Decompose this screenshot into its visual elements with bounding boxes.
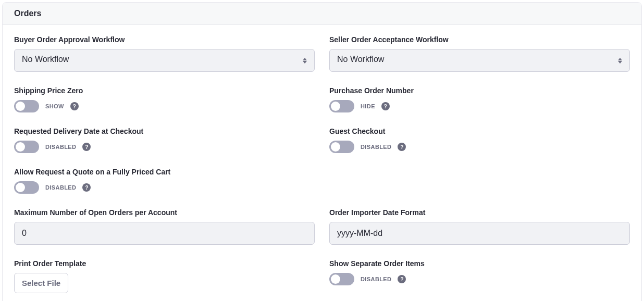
buyer-workflow-select-wrap: No Workflow xyxy=(14,49,315,72)
requested-delivery-toggle[interactable] xyxy=(14,141,39,153)
requested-delivery-toggle-row: DISABLED ? xyxy=(14,141,315,153)
date-format-field: Order Importer Date Format xyxy=(329,208,630,245)
help-icon[interactable]: ? xyxy=(82,143,91,151)
seller-workflow-select[interactable]: No Workflow xyxy=(329,49,630,72)
buyer-workflow-label: Buyer Order Approval Workflow xyxy=(14,35,315,44)
separate-items-field: Show Separate Order Items DISABLED ? xyxy=(329,259,630,293)
guest-checkout-toggle-row: DISABLED ? xyxy=(329,141,630,153)
purchase-order-number-field: Purchase Order Number HIDE ? xyxy=(329,86,630,112)
purchase-order-number-toggle-row: HIDE ? xyxy=(329,100,630,112)
guest-checkout-state: DISABLED xyxy=(361,144,391,150)
guest-checkout-field: Guest Checkout DISABLED ? xyxy=(329,127,630,153)
allow-quote-toggle-row: DISABLED ? xyxy=(14,181,315,194)
separate-items-toggle[interactable] xyxy=(329,273,354,285)
purchase-order-number-state: HIDE xyxy=(361,103,375,109)
seller-workflow-label: Seller Order Acceptance Workflow xyxy=(329,35,630,44)
buyer-workflow-field: Buyer Order Approval Workflow No Workflo… xyxy=(14,35,315,72)
separate-items-state: DISABLED xyxy=(361,276,391,282)
print-template-field: Print Order Template Select File xyxy=(14,259,315,293)
allow-quote-label: Allow Request a Quote on a Fully Priced … xyxy=(14,168,315,176)
buyer-workflow-select[interactable]: No Workflow xyxy=(14,49,315,72)
seller-workflow-field: Seller Order Acceptance Workflow No Work… xyxy=(329,35,630,72)
max-open-orders-input[interactable] xyxy=(14,222,315,245)
shipping-price-zero-label: Shipping Price Zero xyxy=(14,86,315,95)
separate-items-toggle-row: DISABLED ? xyxy=(329,273,630,285)
max-open-orders-field: Maximum Number of Open Orders per Accoun… xyxy=(14,208,315,245)
date-format-label: Order Importer Date Format xyxy=(329,208,630,217)
allow-quote-toggle[interactable] xyxy=(14,181,39,194)
help-icon[interactable]: ? xyxy=(398,143,406,151)
purchase-order-number-label: Purchase Order Number xyxy=(329,86,630,95)
select-file-button[interactable]: Select File xyxy=(14,273,68,293)
requested-delivery-field: Requested Delivery Date at Checkout DISA… xyxy=(14,127,315,153)
orders-card: Orders Buyer Order Approval Workflow No … xyxy=(2,2,642,301)
shipping-price-zero-toggle-row: SHOW ? xyxy=(14,100,315,112)
shipping-price-zero-field: Shipping Price Zero SHOW ? xyxy=(14,86,315,112)
allow-quote-state: DISABLED xyxy=(45,184,76,191)
requested-delivery-state: DISABLED xyxy=(45,144,76,150)
help-icon[interactable]: ? xyxy=(70,102,79,110)
card-body: Buyer Order Approval Workflow No Workflo… xyxy=(3,25,641,301)
shipping-price-zero-toggle[interactable] xyxy=(14,100,39,112)
guest-checkout-toggle[interactable] xyxy=(329,141,354,153)
help-icon[interactable]: ? xyxy=(82,183,91,192)
shipping-price-zero-state: SHOW xyxy=(45,103,64,109)
guest-checkout-label: Guest Checkout xyxy=(329,127,630,135)
help-icon[interactable]: ? xyxy=(381,102,390,110)
help-icon[interactable]: ? xyxy=(398,275,406,283)
max-open-orders-label: Maximum Number of Open Orders per Accoun… xyxy=(14,208,315,217)
requested-delivery-label: Requested Delivery Date at Checkout xyxy=(14,127,315,135)
card-header: Orders xyxy=(3,3,641,25)
card-title: Orders xyxy=(14,9,630,18)
print-template-label: Print Order Template xyxy=(14,259,315,268)
purchase-order-number-toggle[interactable] xyxy=(329,100,354,112)
seller-workflow-select-wrap: No Workflow xyxy=(329,49,630,72)
allow-quote-field: Allow Request a Quote on a Fully Priced … xyxy=(14,168,315,194)
separate-items-label: Show Separate Order Items xyxy=(329,259,630,268)
date-format-input[interactable] xyxy=(329,222,630,245)
